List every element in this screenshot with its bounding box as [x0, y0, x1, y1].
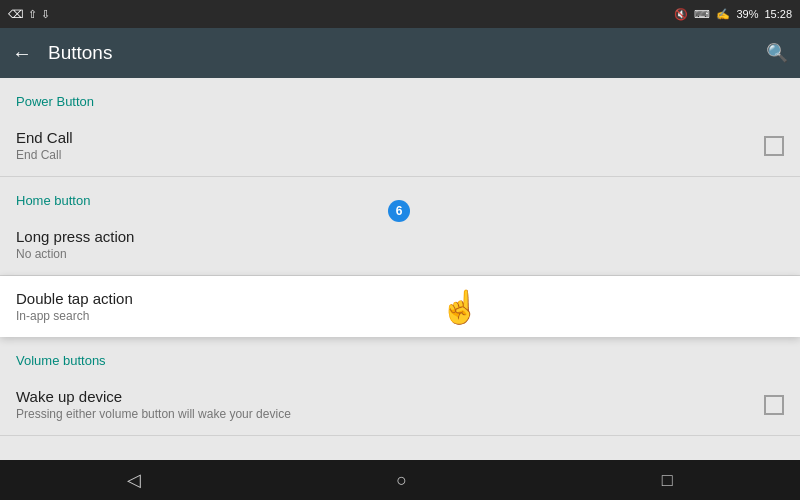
double-tap-action-title: Double tap action: [16, 290, 133, 307]
wake-up-device-item[interactable]: Wake up device Pressing either volume bu…: [0, 374, 800, 436]
double-tap-action-subtitle: In-app search: [16, 309, 133, 323]
double-tap-action-item[interactable]: Double tap action In-app search ☝: [0, 276, 800, 337]
long-press-section: Long press action No action 6: [0, 214, 800, 276]
end-call-checkbox[interactable]: [764, 136, 784, 156]
touch-hand-icon: ☝: [440, 288, 480, 326]
wake-up-device-title: Wake up device: [16, 388, 291, 405]
status-icons-right: 🔇 ⌨ ✍ 39% 15:28: [674, 8, 792, 21]
step-badge: 6: [388, 200, 410, 222]
main-content: Power Button End Call End Call Home butt…: [0, 78, 800, 460]
end-call-subtitle: End Call: [16, 148, 73, 162]
home-button-section: Home button Long press action No action …: [0, 177, 800, 337]
signal-icon: ✍: [716, 8, 730, 21]
search-icon[interactable]: 🔍: [766, 42, 788, 64]
wifi-icon: ⌨: [694, 8, 710, 21]
end-call-item[interactable]: End Call End Call: [0, 115, 800, 177]
nav-home-button[interactable]: ○: [396, 470, 407, 491]
wake-up-device-subtitle: Pressing either volume button will wake …: [16, 407, 291, 421]
upload-icon: ⇧: [28, 8, 37, 21]
end-call-title: End Call: [16, 129, 73, 146]
top-bar: ← Buttons 🔍: [0, 28, 800, 78]
battery-label: 39%: [736, 8, 758, 20]
wake-up-device-checkbox[interactable]: [764, 395, 784, 415]
volume-buttons-section: Volume buttons Wake up device Pressing e…: [0, 337, 800, 436]
vibrate-icon: 🔇: [674, 8, 688, 21]
download-icon: ⇩: [41, 8, 50, 21]
long-press-action-title: Long press action: [16, 228, 134, 245]
nav-back-button[interactable]: ◁: [127, 469, 141, 491]
long-press-action-subtitle: No action: [16, 247, 134, 261]
long-press-action-item[interactable]: Long press action No action: [0, 214, 800, 276]
status-icons-left: ⌫ ⇧ ⇩: [8, 8, 50, 21]
nav-recent-button[interactable]: □: [662, 470, 673, 491]
volume-buttons-header: Volume buttons: [0, 337, 800, 374]
usb-icon: ⌫: [8, 8, 24, 21]
time-label: 15:28: [764, 8, 792, 20]
power-button-header: Power Button: [0, 78, 800, 115]
nav-bar: ◁ ○ □: [0, 460, 800, 500]
back-button[interactable]: ←: [12, 42, 32, 65]
status-bar: ⌫ ⇧ ⇩ 🔇 ⌨ ✍ 39% 15:28: [0, 0, 800, 28]
page-title: Buttons: [48, 42, 766, 64]
power-button-section: Power Button End Call End Call: [0, 78, 800, 177]
